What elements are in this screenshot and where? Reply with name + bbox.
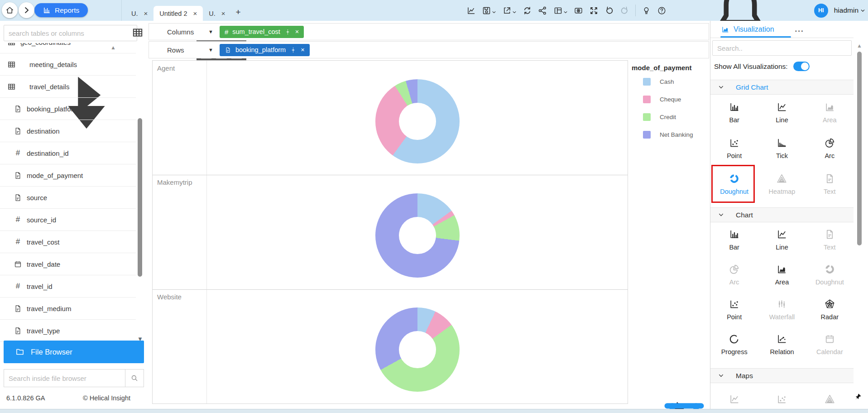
viz-grid-arc[interactable]: Arc (806, 130, 854, 166)
viz-chart-relation[interactable]: Relation (758, 327, 806, 362)
forward-button[interactable] (19, 2, 34, 18)
pin-panel-icon[interactable] (854, 393, 862, 401)
remove-icon[interactable]: × (301, 46, 304, 53)
hourglass-icon[interactable] (616, 394, 623, 401)
list-item[interactable]: geo_coordinates (0, 43, 136, 53)
viz-grid-text[interactable]: Text (806, 166, 854, 202)
close-icon[interactable]: × (193, 10, 197, 17)
pin-chart-icon[interactable] (605, 394, 613, 401)
doughnut-website[interactable] (375, 307, 460, 392)
tab-visualization[interactable]: Visualization (721, 25, 774, 34)
list-item-travel-details[interactable]: travel_details (0, 76, 136, 98)
list-item-mode-of-payment[interactable]: mode_of_payment (0, 164, 136, 187)
list-item-travel-cost[interactable]: # travel_cost (0, 231, 136, 253)
tab-untitled-2-active[interactable]: Untitled 2 × (153, 6, 203, 21)
section-header-grid-chart[interactable]: Grid Chart (710, 80, 854, 95)
plus-options-icon[interactable] (290, 47, 297, 53)
chart-preview-button[interactable] (466, 6, 476, 15)
section-header-maps[interactable]: Maps (710, 368, 854, 383)
tab-untitled-3[interactable]: U. × (203, 6, 231, 21)
viz-chart-bar[interactable]: Bar (710, 222, 758, 257)
list-item-meeting-details[interactable]: meeting_details (0, 53, 136, 76)
user-menu[interactable]: hiadmin (834, 6, 865, 14)
list-item-travel-date[interactable]: travel_date (0, 253, 136, 275)
viz-chart-point[interactable]: Point (710, 292, 758, 327)
pill-booking-platform[interactable]: booking_platform × (220, 44, 310, 56)
tab-untitled-1[interactable]: U. × (125, 6, 153, 21)
scroll-up-icon[interactable]: ▲ (856, 43, 863, 49)
caret-down-icon[interactable] (19, 83, 25, 90)
caret-right-icon[interactable] (19, 61, 25, 67)
help-button[interactable] (657, 6, 667, 15)
remove-icon[interactable]: × (295, 28, 299, 35)
viz-chart-line[interactable]: Line (758, 222, 806, 257)
viz-grid-heatmap[interactable]: Heatmap (758, 166, 806, 202)
save-button[interactable] (482, 6, 496, 15)
legend-item-cash[interactable]: Cash (632, 78, 710, 86)
list-item-destination-id[interactable]: # destination_id (0, 142, 136, 164)
list-item-travel-id[interactable]: # travel_id (0, 275, 136, 298)
preview-button[interactable] (574, 6, 583, 15)
viz-chart-radar[interactable]: Radar (806, 292, 854, 327)
file-search-input[interactable] (4, 370, 125, 387)
viz-chart-waterfall[interactable]: Waterfall (758, 292, 806, 327)
scrollbar-thumb[interactable] (138, 118, 142, 277)
doughnut-makemytrip[interactable] (375, 193, 460, 278)
tips-button[interactable] (642, 6, 651, 15)
viz-grid-area[interactable]: Area (806, 95, 854, 130)
file-browser-button[interactable]: File Browser (4, 341, 144, 363)
home-button[interactable] (2, 2, 18, 18)
viz-chart-text[interactable]: Text (806, 222, 854, 257)
section-header-chart[interactable]: Chart (710, 207, 854, 222)
viz-grid-point[interactable]: Point (710, 130, 758, 166)
sidebar-scrollbar[interactable]: ▼ (136, 43, 144, 343)
layout-button[interactable] (553, 6, 568, 15)
reports-button[interactable]: Reports (34, 3, 88, 17)
scrollbar-thumb[interactable] (857, 52, 862, 245)
close-icon[interactable]: × (144, 10, 148, 17)
list-item-travel-type[interactable]: travel_type (0, 320, 136, 342)
viz-grid-bar[interactable]: Bar (710, 95, 758, 130)
viz-grid-tick[interactable]: Tick (758, 130, 806, 166)
viz-chart-doughnut[interactable]: Doughnut (806, 257, 854, 292)
viz-grid-line[interactable]: Line (758, 95, 806, 130)
legend-item-credit[interactable]: Credit (632, 113, 710, 121)
panel-scrollbar[interactable]: ▲ (856, 39, 863, 406)
calendar-icon (14, 260, 22, 269)
pill-sum-travel-cost[interactable]: # sum_travel_cost × (220, 26, 304, 38)
list-item-travel-medium[interactable]: travel_medium (0, 298, 136, 320)
avatar[interactable]: HI (814, 4, 828, 18)
pin-icon[interactable] (133, 394, 140, 402)
show-all-toggle[interactable] (793, 62, 810, 71)
doughnut-agent[interactable] (375, 79, 460, 163)
legend-item-net-banking[interactable]: Net Banking (632, 131, 710, 139)
viz-chart-arc[interactable]: Arc (710, 257, 758, 292)
visualization-search-input[interactable] (712, 40, 852, 56)
table-view-button[interactable] (132, 27, 144, 38)
share-button[interactable] (538, 6, 547, 15)
rows-dropdown[interactable]: ▼ (208, 47, 213, 53)
fullscreen-button[interactable] (589, 6, 599, 15)
table-icon (7, 60, 16, 69)
viz-chart-area[interactable]: Area (758, 257, 806, 292)
topbar-actions: 8 HI hiadmin (466, 0, 865, 21)
viz-grid-doughnut-selected[interactable]: Doughnut (710, 166, 758, 202)
viz-chart-progress[interactable]: Progress (710, 327, 758, 362)
columns-dropdown[interactable]: ▼ (208, 29, 213, 34)
list-item-destination[interactable]: destination (0, 120, 136, 142)
export-button[interactable] (502, 6, 517, 15)
list-item-source[interactable]: source (0, 187, 136, 209)
redo-button[interactable] (620, 6, 629, 15)
search-button[interactable] (125, 370, 144, 387)
list-item-source-id[interactable]: # source_id (0, 209, 136, 231)
new-tab-button[interactable]: + (231, 7, 245, 17)
more-tabs-button[interactable]: ... (795, 25, 804, 34)
tables-search-input[interactable] (4, 25, 137, 41)
close-icon[interactable]: × (221, 10, 225, 17)
refresh-button[interactable] (523, 6, 532, 15)
plus-options-icon[interactable] (284, 29, 291, 35)
undo-button[interactable] (604, 6, 614, 15)
list-item-booking-platform[interactable]: booking_platform (0, 98, 136, 120)
legend-item-cheque[interactable]: Cheque (632, 96, 710, 103)
viz-chart-calendar[interactable]: Calendar (806, 327, 854, 362)
